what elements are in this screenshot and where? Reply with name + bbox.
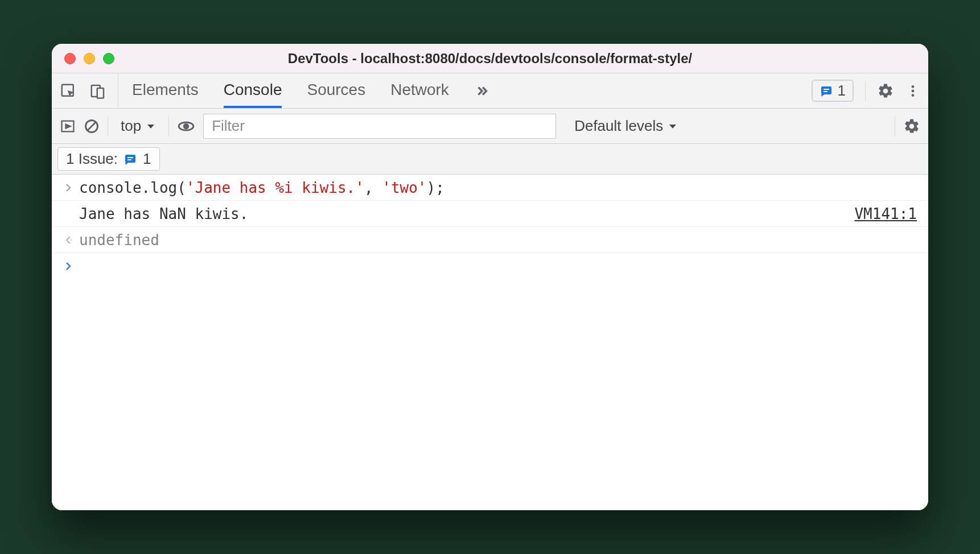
more-tabs-icon[interactable] (474, 84, 489, 98)
devtools-window: DevTools - localhost:8080/docs/devtools/… (52, 44, 928, 510)
issues-label: 1 Issue: (66, 150, 118, 168)
tab-elements[interactable]: Elements (132, 73, 199, 108)
issues-icon (820, 84, 833, 98)
console-input-row: console.log('Jane has %i kiwis.', 'two')… (52, 175, 928, 201)
traffic-lights (64, 53, 114, 64)
clear-console-icon[interactable] (84, 118, 100, 134)
svg-rect-15 (127, 157, 133, 158)
settings-icon[interactable] (877, 82, 894, 100)
minimize-window-button[interactable] (84, 53, 95, 64)
svg-line-11 (88, 122, 96, 130)
return-chevron-icon (57, 235, 79, 245)
console-return-row: undefined (52, 227, 928, 253)
svg-rect-3 (821, 86, 831, 94)
svg-rect-2 (97, 88, 104, 98)
log-levels-selector[interactable]: Default levels (574, 117, 678, 135)
tab-console[interactable]: Console (224, 73, 282, 108)
svg-rect-5 (823, 91, 827, 92)
kebab-menu-icon[interactable] (905, 82, 920, 100)
close-window-button[interactable] (64, 53, 76, 64)
maximize-window-button[interactable] (103, 53, 114, 64)
console-prompt-row[interactable] (52, 253, 928, 279)
main-tabbar: Elements Console Sources Network (52, 73, 928, 109)
svg-point-6 (912, 85, 915, 88)
context-selector[interactable]: top (116, 117, 160, 135)
svg-point-8 (912, 94, 915, 97)
device-toolbar-icon[interactable] (89, 82, 106, 100)
toggle-drawer-icon[interactable] (60, 118, 76, 134)
svg-rect-16 (127, 159, 131, 160)
issues-bar: 1 Issue: 1 (52, 144, 928, 175)
console-settings-icon[interactable] (903, 118, 920, 135)
issues-badge[interactable]: 1 Issue: 1 (57, 147, 160, 171)
svg-point-13 (183, 123, 190, 129)
context-label: top (121, 117, 141, 135)
divider (865, 81, 866, 101)
source-link[interactable]: VM141:1 (854, 205, 923, 222)
window-title: DevTools - localhost:8080/docs/devtools/… (52, 51, 928, 67)
console-input-code: console.log('Jane has %i kiwis.', 'two')… (79, 179, 444, 196)
divider (108, 116, 108, 137)
console-toolbar: top Default levels (52, 109, 928, 144)
svg-rect-14 (125, 155, 135, 163)
chevron-down-icon (668, 121, 678, 131)
issues-count: 1 (143, 150, 151, 168)
console-output: console.log('Jane has %i kiwis.', 'two')… (52, 175, 928, 510)
inspect-element-icon[interactable] (60, 82, 77, 100)
tab-sources[interactable]: Sources (307, 73, 365, 108)
live-expression-icon[interactable] (177, 118, 195, 134)
input-chevron-icon (57, 183, 79, 193)
levels-label: Default levels (574, 117, 663, 135)
issues-count-text: 1 (838, 82, 846, 100)
titlebar: DevTools - localhost:8080/docs/devtools/… (52, 44, 928, 73)
chevron-down-icon (146, 121, 156, 131)
filter-input[interactable] (203, 114, 556, 139)
issues-icon (123, 152, 137, 166)
console-log-output: Jane has NaN kiwis. (79, 205, 248, 222)
console-return-value: undefined (79, 231, 159, 249)
svg-point-17 (71, 239, 72, 240)
console-log-row: Jane has NaN kiwis. VM141:1 (52, 201, 928, 227)
divider (168, 116, 169, 137)
tab-network[interactable]: Network (390, 73, 449, 108)
svg-point-7 (912, 89, 915, 92)
svg-rect-4 (823, 89, 829, 90)
divider (895, 116, 895, 137)
issues-counter[interactable]: 1 (812, 80, 854, 102)
prompt-chevron-icon (57, 261, 79, 271)
